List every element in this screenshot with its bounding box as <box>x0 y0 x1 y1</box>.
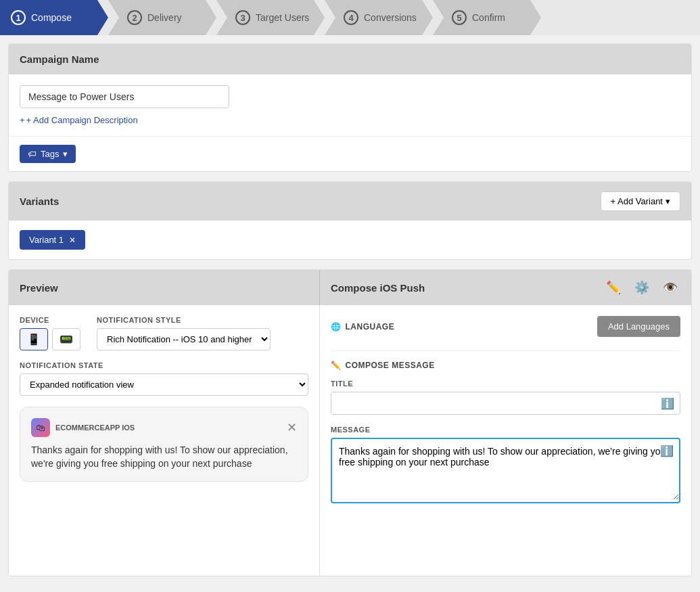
stepper: 1 Compose 2 Delivery 3 Target Users 4 Co… <box>0 0 700 35</box>
title-input-icon: ℹ️ <box>655 393 680 414</box>
compose-message-section: ✏️ COMPOSE MESSAGE TITLE ℹ️ MESSAGE Than… <box>331 350 680 503</box>
compose-message-text: COMPOSE MESSAGE <box>346 361 435 370</box>
compose-header: Preview Compose iOS Push ✏️ ⚙️ 👁️ <box>9 270 691 305</box>
settings-icon-button[interactable]: ⚙️ <box>632 277 652 298</box>
step-label-compose: Compose <box>31 12 72 23</box>
step-label-confirm: Confirm <box>472 12 505 23</box>
message-field-label: MESSAGE <box>331 426 680 434</box>
notification-style-select[interactable]: Rich Notification -- iOS 10 and higher S… <box>97 328 271 350</box>
variants-title: Variants <box>20 196 59 207</box>
preview-panel: DEVICE 📱 📟 NOTIFICATION STYLE Rich Notif… <box>9 305 320 576</box>
step-confirm[interactable]: 5 Confirm <box>433 0 541 35</box>
campaign-name-header: Campaign Name <box>9 44 691 74</box>
app-icon: 🛍 <box>31 418 50 437</box>
title-field-label: TITLE <box>331 380 680 388</box>
device-field-group: DEVICE 📱 📟 <box>20 316 80 350</box>
compose-right-panel: 🌐 LANGUAGE Add Languages ✏️ COMPOSE MESS… <box>320 305 691 576</box>
notification-message-text: Thanks again for shopping with us! To sh… <box>31 444 297 470</box>
message-input-icon: ℹ️ <box>660 445 674 457</box>
step-delivery[interactable]: 2 Delivery <box>108 0 216 35</box>
preview-icon-button[interactable]: 👁️ <box>660 277 680 298</box>
main-content: Campaign Name + + Add Campaign Descripti… <box>0 35 700 585</box>
variants-card: Variants + Add Variant ▾ Variant 1 ✕ <box>8 181 692 260</box>
step-target[interactable]: 3 Target Users <box>216 0 325 35</box>
compose-message-icon: ✏️ <box>331 361 342 370</box>
compose-section: Preview Compose iOS Push ✏️ ⚙️ 👁️ DEVICE <box>8 269 692 576</box>
preview-title: Preview <box>20 282 58 294</box>
step-num-3: 3 <box>235 10 250 25</box>
add-variant-label: + Add Variant <box>611 196 663 206</box>
notification-app-info: 🛍 ECOMMERCEAPP IOS <box>31 418 135 437</box>
add-languages-label: Add Languages <box>608 321 670 332</box>
compose-body: DEVICE 📱 📟 NOTIFICATION STYLE Rich Notif… <box>9 305 691 576</box>
step-label-target: Target Users <box>256 12 309 23</box>
tags-chevron-icon: ▾ <box>63 149 68 159</box>
tags-label: Tags <box>41 149 59 159</box>
notification-style-label: NOTIFICATION STYLE <box>97 316 271 324</box>
step-num-5: 5 <box>452 10 467 25</box>
device-label: DEVICE <box>20 316 80 324</box>
edit-icon-button[interactable]: ✏️ <box>603 277 624 298</box>
message-textarea[interactable]: Thanks again for shopping with us! To sh… <box>332 439 679 500</box>
notification-style-field-group: NOTIFICATION STYLE Rich Notification -- … <box>97 316 271 350</box>
mock-notification: 🛍 ECOMMERCEAPP IOS ✕ Thanks again for sh… <box>20 407 308 482</box>
notification-header: 🛍 ECOMMERCEAPP IOS ✕ <box>31 418 297 437</box>
variant-1-tab[interactable]: Variant 1 ✕ <box>20 230 85 250</box>
plus-icon: + <box>20 115 25 125</box>
step-num-1: 1 <box>11 10 26 25</box>
device-notification-row: DEVICE 📱 📟 NOTIFICATION STYLE Rich Notif… <box>20 316 308 350</box>
notification-state-select[interactable]: Expanded notification view Collapsed not… <box>20 373 308 396</box>
language-section-label: 🌐 LANGUAGE <box>331 322 394 332</box>
tag-icon: 🏷 <box>28 149 37 159</box>
compose-ios-title: Compose iOS Push <box>331 282 425 294</box>
add-description-link[interactable]: + + Add Campaign Description <box>20 115 138 125</box>
compose-ios-push-header: Compose iOS Push ✏️ ⚙️ 👁️ <box>320 270 691 305</box>
compose-action-icons: ✏️ ⚙️ 👁️ <box>603 277 680 298</box>
preview-panel-header: Preview <box>9 270 320 305</box>
step-num-4: 4 <box>344 10 358 25</box>
campaign-name-title: Campaign Name <box>20 53 99 65</box>
variant-1-close-icon[interactable]: ✕ <box>69 235 76 245</box>
campaign-name-card: Campaign Name + + Add Campaign Descripti… <box>8 43 692 172</box>
language-row: 🌐 LANGUAGE Add Languages <box>331 316 680 337</box>
title-input[interactable] <box>331 392 655 414</box>
notification-state-label: NOTIFICATION STATE <box>20 361 308 369</box>
variant-1-label: Variant 1 <box>29 235 64 245</box>
step-label-conversions: Conversions <box>364 12 417 23</box>
chevron-down-icon: ▾ <box>666 196 670 206</box>
campaign-body: + + Add Campaign Description <box>9 74 691 136</box>
step-compose[interactable]: 1 Compose <box>0 0 108 35</box>
message-textarea-wrapper: Thanks again for shopping with us! To sh… <box>331 438 680 503</box>
step-label-delivery: Delivery <box>147 12 182 23</box>
variants-header: Variants + Add Variant ▾ <box>9 182 691 221</box>
device-icons: 📱 📟 <box>20 328 80 350</box>
add-languages-button[interactable]: Add Languages <box>597 316 680 337</box>
compose-message-label: ✏️ COMPOSE MESSAGE <box>331 350 680 370</box>
tags-row: 🏷 Tags ▾ <box>9 136 691 171</box>
add-description-label: + Add Campaign Description <box>26 115 138 125</box>
step-num-2: 2 <box>127 10 142 25</box>
title-input-row: ℹ️ <box>331 392 680 415</box>
phone-icon-button[interactable]: 📱 <box>20 328 48 350</box>
app-name: ECOMMERCEAPP IOS <box>55 424 135 432</box>
step-conversions[interactable]: 4 Conversions <box>325 0 433 35</box>
campaign-name-input[interactable] <box>20 85 229 108</box>
language-icon: 🌐 <box>331 322 342 332</box>
add-variant-button[interactable]: + Add Variant ▾ <box>601 191 680 211</box>
tags-button[interactable]: 🏷 Tags ▾ <box>20 145 76 163</box>
notification-close-icon[interactable]: ✕ <box>287 420 297 435</box>
notification-state-row: NOTIFICATION STATE Expanded notification… <box>20 361 308 396</box>
language-text: LANGUAGE <box>346 322 395 332</box>
variants-body: Variant 1 ✕ <box>9 221 691 259</box>
tablet-icon-button[interactable]: 📟 <box>52 328 80 350</box>
